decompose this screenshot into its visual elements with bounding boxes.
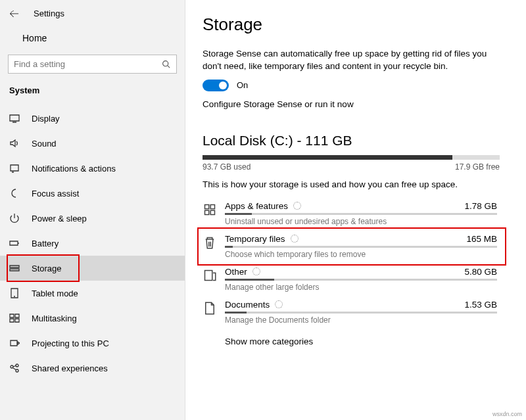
sidebar-item-label: Notifications & actions	[32, 164, 116, 174]
search-row	[8, 55, 177, 74]
category-subtitle: Manage other large folders	[225, 283, 497, 292]
watermark: wsxdn.com	[492, 411, 522, 417]
sidebar-item-label: Multitasking	[32, 314, 77, 323]
page-title: Storage	[203, 14, 500, 35]
moon-icon	[9, 188, 20, 198]
category-bar	[225, 279, 497, 281]
sidebar-item-shared-experiences[interactable]: Shared experiences	[0, 356, 185, 381]
category-bar	[225, 246, 497, 248]
loading-spinner-icon	[291, 235, 299, 243]
sidebar-item-storage[interactable]: Storage	[0, 256, 185, 281]
sidebar-item-focus-assist[interactable]: Focus assist	[0, 181, 185, 206]
category-row-other[interactable]: Other 5.80 GB Manage other large folders	[203, 263, 500, 296]
category-row-documents[interactable]: Documents 1.53 GB Manage the Documents f…	[203, 296, 500, 329]
category-name: Documents	[225, 300, 283, 310]
category-row-apps-features[interactable]: Apps & features 1.78 GB Uninstall unused…	[203, 197, 500, 230]
trash-icon	[203, 235, 217, 250]
sidebar-item-tablet-mode[interactable]: Tablet mode	[0, 281, 185, 306]
nav-list: DisplaySoundNotifications & actionsFocus…	[0, 106, 185, 381]
sidebar: 🡠 Settings Home System DisplaySoundNotif…	[0, 0, 185, 420]
loading-spinner-icon	[275, 300, 283, 308]
main-panel: Storage Storage Sense can automatically …	[185, 0, 526, 420]
sidebar-item-sound[interactable]: Sound	[0, 131, 185, 156]
sidebar-item-label: Power & sleep	[32, 214, 87, 223]
sidebar-item-label: Display	[32, 114, 60, 124]
other-icon	[203, 268, 217, 283]
configure-storage-sense-link[interactable]: Configure Storage Sense or run it now	[203, 99, 500, 109]
settings-title: Settings	[34, 9, 64, 18]
home-label: Home	[22, 33, 47, 43]
category-size: 1.78 GB	[464, 201, 497, 211]
sidebar-item-label: Storage	[32, 264, 62, 273]
category-row-temporary-files[interactable]: Temporary files 165 MB Choose which temp…	[203, 230, 500, 263]
category-name: Other	[225, 267, 260, 277]
storage-icon	[9, 263, 20, 273]
search-icon	[162, 59, 170, 71]
search-input[interactable]	[8, 55, 177, 74]
disk-used-label: 93.7 GB used	[203, 162, 251, 172]
power-icon	[9, 213, 20, 223]
disk-usage-bar	[203, 155, 500, 160]
category-subtitle: Choose which temporary files to remove	[225, 250, 497, 259]
docs-icon	[203, 301, 217, 315]
sidebar-item-notifications-actions[interactable]: Notifications & actions	[0, 156, 185, 181]
notifications-icon	[9, 163, 20, 174]
svg-point-0	[163, 61, 168, 66]
section-label: System	[0, 82, 185, 102]
category-list: Apps & features 1.78 GB Uninstall unused…	[203, 197, 500, 329]
display-icon	[9, 113, 20, 124]
battery-icon	[9, 238, 20, 248]
sidebar-item-label: Tablet mode	[32, 289, 78, 298]
sound-icon	[9, 138, 20, 149]
sidebar-item-label: Focus assist	[32, 189, 79, 198]
loading-spinner-icon	[293, 202, 301, 210]
multitask-icon	[9, 313, 20, 323]
show-more-categories-link[interactable]: Show more categories	[203, 337, 500, 346]
toggle-state-label: On	[237, 80, 248, 90]
disk-legend: 93.7 GB used 17.9 GB free	[203, 162, 500, 172]
back-arrow-icon[interactable]: 🡠	[9, 8, 19, 19]
sidebar-item-display[interactable]: Display	[0, 106, 185, 131]
sidebar-item-label: Projecting to this PC	[32, 338, 109, 348]
disk-free-label: 17.9 GB free	[455, 162, 500, 172]
shared-icon	[9, 363, 20, 373]
category-name: Apps & features	[225, 201, 301, 211]
sidebar-item-battery[interactable]: Battery	[0, 231, 185, 256]
disk-title: Local Disk (C:) - 111 GB	[203, 133, 500, 149]
project-icon	[9, 338, 20, 348]
sidebar-item-multitasking[interactable]: Multitasking	[0, 306, 185, 331]
category-bar	[225, 312, 497, 314]
header: 🡠 Settings	[0, 5, 185, 26]
loading-spinner-icon	[252, 268, 260, 275]
category-name: Temporary files	[225, 234, 299, 244]
category-size: 1.53 GB	[464, 300, 497, 310]
category-bar	[225, 213, 497, 215]
category-size: 165 MB	[466, 234, 497, 244]
sidebar-item-power-sleep[interactable]: Power & sleep	[0, 206, 185, 231]
tablet-icon	[9, 288, 20, 298]
sidebar-item-projecting-to-this-pc[interactable]: Projecting to this PC	[0, 331, 185, 356]
sidebar-item-label: Shared experiences	[32, 363, 108, 373]
sidebar-item-label: Battery	[32, 239, 59, 248]
home-button[interactable]: Home	[0, 26, 185, 51]
storage-sense-description: Storage Sense can automatically free up …	[203, 48, 500, 73]
apps-icon	[203, 202, 217, 217]
disk-description: This is how your storage is used and how…	[203, 179, 500, 189]
category-subtitle: Manage the Documents folder	[225, 315, 497, 325]
storage-sense-toggle[interactable]	[203, 80, 229, 91]
category-subtitle: Uninstall unused or undesired apps & fea…	[225, 217, 497, 226]
category-size: 5.80 GB	[464, 267, 497, 277]
storage-sense-toggle-row: On	[203, 80, 500, 91]
sidebar-item-label: Sound	[32, 139, 57, 149]
